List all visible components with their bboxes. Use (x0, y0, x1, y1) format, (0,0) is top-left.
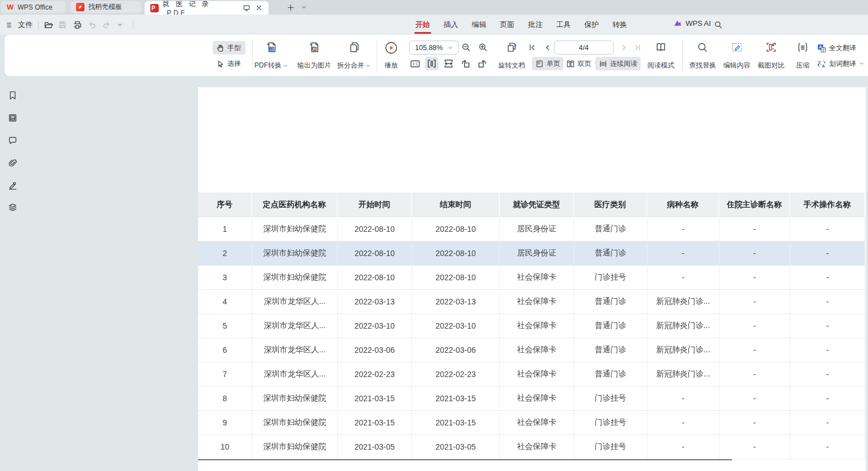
bookmark-panel-button[interactable] (6, 88, 19, 102)
compress-button[interactable]: 压缩 (790, 40, 815, 71)
comment-panel-button[interactable] (6, 133, 19, 147)
undo-button[interactable] (87, 18, 97, 32)
hamburger-icon (6, 21, 14, 29)
select-tool-button[interactable]: 选择 (213, 57, 245, 70)
table-cell: 2021-03-15 (412, 411, 500, 435)
screenshot-compare-button[interactable]: 截图对比 (754, 40, 788, 71)
first-page-button[interactable] (525, 41, 539, 54)
table-cell: 深圳市妇幼保健院 (252, 435, 338, 459)
chevron-down-icon (859, 61, 865, 66)
prev-page-button[interactable] (540, 41, 554, 54)
quick-access-chevron[interactable] (117, 18, 123, 32)
table-cell: 2021-03-15 (412, 387, 500, 411)
layers-icon (8, 203, 17, 212)
menu-tab-1[interactable]: 插入 (444, 15, 458, 35)
full-translate-button[interactable]: A字 全文翻译 (813, 41, 860, 55)
edit-content-button[interactable]: 编辑内容 (720, 40, 754, 71)
hand-tool-button[interactable]: 手型 (213, 41, 245, 55)
file-menu-button[interactable]: 文件 (6, 18, 33, 32)
table-header-cell: 就诊凭证类型 (500, 192, 574, 217)
layers-panel-button[interactable] (6, 200, 19, 214)
next-page-icon (620, 43, 628, 52)
menu-tab-3[interactable]: 页面 (500, 15, 514, 35)
thumbnail-panel-button[interactable] (6, 111, 19, 124)
continuous-read-button[interactable]: 连续阅读 (596, 57, 641, 70)
page-number-input[interactable]: 4/4 (554, 41, 614, 55)
table-cell: - (790, 362, 865, 387)
page-indicator-value: 4/4 (579, 44, 588, 52)
zoom-out-button[interactable] (459, 41, 473, 54)
fit-page-button[interactable] (425, 57, 439, 70)
zoom-out-icon (461, 42, 471, 52)
redo-button[interactable] (102, 18, 111, 32)
rotate-left-icon (460, 59, 471, 69)
play-button[interactable]: 播放 (379, 40, 403, 71)
table-cell: - (719, 435, 790, 459)
play-label: 播放 (384, 61, 398, 70)
split-merge-button[interactable]: 拆分合并 (334, 40, 374, 71)
tab-wps-office[interactable]: W WPS Office (1, 1, 66, 13)
table-header-cell: 医疗类别 (574, 192, 647, 217)
menu-tab-4[interactable]: 批注 (528, 15, 543, 35)
single-page-icon (535, 60, 544, 68)
table-body: 1深圳市妇幼保健院2022-08-102022-08-10居民身份证普通门诊--… (198, 217, 865, 459)
tab-docer-templates[interactable]: 找稻壳模板 (70, 1, 141, 13)
export-image-button[interactable]: 输出为图片 (293, 40, 335, 71)
tab-label: WPS Office (17, 3, 52, 11)
svg-text:字: 字 (821, 47, 825, 51)
table-cell: 门诊挂号 (574, 266, 647, 290)
share-screen-icon[interactable] (243, 4, 250, 12)
rotate-left-button[interactable] (459, 57, 472, 70)
wps-ai-button[interactable]: WPS AI (673, 19, 711, 28)
chevron-down-icon (448, 45, 453, 51)
tab-list-chevron[interactable] (298, 2, 310, 13)
ribbon-toolbar: 手型 选择 PDF转换 输出为图片 拆分合并 播放 105.88% 1:1 (5, 35, 868, 76)
table-cell: 9 (198, 411, 252, 435)
hand-tool-label: 手型 (227, 43, 241, 53)
menu-tab-7[interactable]: 转换 (612, 15, 627, 35)
edit-content-label: 编辑内容 (723, 61, 750, 70)
menu-tab-6[interactable]: 保护 (584, 15, 599, 35)
attachment-panel-button[interactable] (6, 156, 19, 169)
single-page-button[interactable]: 单页 (532, 57, 563, 70)
thumbnail-icon (8, 113, 17, 123)
menu-tab-5[interactable]: 工具 (556, 15, 571, 35)
table-header-cell: 手术操作名称 (790, 192, 865, 217)
zoom-level-select[interactable]: 105.88% (409, 41, 459, 55)
table-cell: - (647, 435, 719, 459)
save-button[interactable] (58, 18, 67, 32)
table-cell: - (647, 266, 719, 290)
table-cell: 新冠肺炎门诊... (647, 338, 719, 362)
table-cell: 深圳市妇幼保健院 (252, 387, 338, 411)
next-page-button[interactable] (617, 41, 630, 54)
table-cell: 4 (198, 290, 252, 314)
menu-tab-2[interactable]: 编辑 (472, 15, 486, 35)
read-mode-button[interactable]: 阅读模式 (644, 40, 678, 71)
split-merge-label: 拆分合并 (337, 61, 364, 70)
rotate-document-button[interactable]: 旋转文档 (494, 40, 530, 71)
table-header-cell: 序号 (198, 192, 252, 217)
rotate-right-button[interactable] (476, 57, 489, 70)
fit-width-button[interactable] (442, 57, 455, 70)
new-tab-button[interactable] (285, 2, 296, 13)
close-tab-icon[interactable] (255, 4, 263, 12)
book-icon (655, 41, 667, 53)
annotate-panel-button[interactable] (6, 178, 19, 192)
open-file-button[interactable] (44, 18, 53, 32)
zoom-in-button[interactable] (476, 41, 490, 54)
table-cell: - (719, 411, 790, 435)
folder-open-icon (44, 20, 53, 30)
search-icon[interactable] (714, 20, 723, 29)
print-button[interactable] (73, 18, 82, 32)
last-page-button[interactable] (630, 41, 644, 54)
pdf-convert-button[interactable]: PDF转换 (251, 40, 292, 71)
table-cell: 深圳市妇幼保健院 (252, 266, 338, 290)
actual-size-button[interactable]: 1:1 (408, 57, 422, 70)
word-translate-button[interactable]: 文A 划词翻译 (813, 57, 868, 70)
compress-icon (797, 41, 809, 53)
pdf-page[interactable]: 序号定点医药机构名称开始时间结束时间就诊凭证类型医疗类别病种名称住院主诊断名称手… (198, 87, 866, 471)
tab-document-pdf[interactable]: P 就 医 记 录 .PDF (145, 1, 269, 15)
menu-tab-0[interactable]: 开始 (415, 15, 430, 35)
find-replace-button[interactable]: 查找替换 (686, 40, 719, 71)
table-cell: 1 (198, 217, 252, 241)
